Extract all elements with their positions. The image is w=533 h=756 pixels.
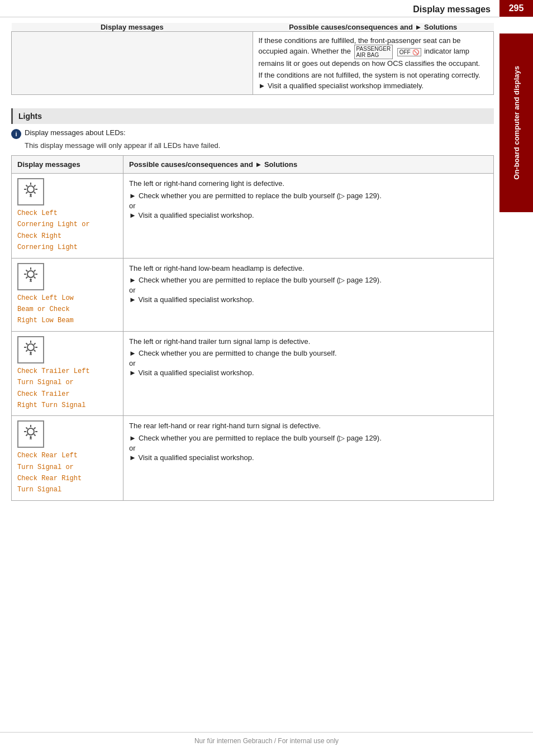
top-solution-text1: If these conditions are fulfilled, the f…	[259, 36, 488, 68]
sol-or-0: or	[129, 202, 488, 210]
sol-intro-1: The left or right-hand low-beam headlamp…	[129, 263, 488, 274]
light-bulb-icon-1	[22, 266, 40, 284]
svg-line-40	[34, 428, 36, 429]
svg-line-38	[26, 428, 28, 429]
svg-point-11	[27, 271, 34, 277]
top-table-msg-cell	[12, 32, 253, 95]
svg-line-18	[34, 270, 36, 271]
indicator-icon2: OFF 🚫	[397, 48, 421, 56]
lights-table-row: Check LeftCornering Light orCheck RightC…	[12, 174, 494, 259]
svg-line-5	[26, 185, 28, 187]
svg-line-8	[26, 192, 28, 194]
sol-text1-2: Check whether you are permitted to chang…	[139, 349, 337, 357]
lights-sol-cell-1: The left or right-hand low-beam headlamp…	[123, 258, 494, 331]
info-line: i Display messages about LEDs:	[11, 128, 494, 139]
sol-or-1: or	[129, 286, 488, 294]
sol-bullet2-1: ► Visit a qualified specialist workshop.	[129, 295, 488, 304]
sol-or-2: or	[129, 359, 488, 367]
lights-msg-text-0: Check LeftCornering Light orCheck RightC…	[17, 208, 117, 253]
top-solution-bullet: ► Visit a qualified specialist workshop …	[259, 82, 488, 90]
top-table-col1-header: Display messages	[12, 23, 253, 32]
sol-bullet2-3: ► Visit a qualified specialist workshop.	[129, 453, 488, 462]
sol-bullet1-0: ► Check whether you are permitted to rep…	[129, 192, 488, 200]
lights-sol-cell-0: The left or right-hand cornering light i…	[123, 174, 494, 259]
sol-arrow1-0: ►	[129, 192, 136, 200]
lights-sol-cell-3: The rear left-hand or rear right-hand tu…	[123, 416, 494, 501]
page-footer: Nur für internen Gebrauch / For internal…	[0, 732, 533, 745]
top-table-col2-header: Possible causes/consequences and ► Solut…	[253, 23, 494, 32]
top-table-solution-cell: If these conditions are fulfilled, the f…	[253, 32, 494, 95]
sol-bullet1-2: ► Check whether you are permitted to cha…	[129, 349, 488, 357]
sidebar-label: On-board computer and displays	[499, 34, 533, 212]
sol-intro-2: The left or right-hand trailer turn sign…	[129, 336, 488, 347]
svg-line-29	[34, 343, 36, 344]
sol-or-3: or	[129, 444, 488, 452]
info-sub: This display message will only appear if…	[25, 141, 494, 150]
svg-line-6	[34, 192, 36, 194]
footer-text: Nur für internen Gebrauch / For internal…	[194, 737, 339, 745]
info-icon: i	[11, 129, 21, 139]
sol-text2-1: ► Visit a qualified specialist workshop.	[129, 295, 254, 304]
sol-text1-1: Check whether you are permitted to repla…	[139, 276, 382, 284]
sol-text2-3: ► Visit a qualified specialist workshop.	[129, 453, 254, 462]
main-content: Display messages Possible causes/consequ…	[0, 17, 533, 512]
svg-point-22	[27, 344, 34, 351]
lights-msg-text-2: Check Trailer LeftTurn Signal orCheck Tr…	[17, 366, 117, 412]
lights-icon-3	[17, 420, 117, 450]
svg-line-30	[26, 350, 28, 351]
svg-line-28	[34, 350, 36, 351]
page-title: Display messages	[413, 4, 499, 15]
top-table: Display messages Possible causes/consequ…	[11, 23, 494, 95]
lights-icon-0	[17, 178, 117, 208]
sol-arrow1-2: ►	[129, 349, 136, 357]
lights-icon-1	[17, 263, 117, 293]
svg-point-33	[27, 428, 34, 435]
sol-bullet2-2: ► Visit a qualified specialist workshop.	[129, 369, 488, 377]
svg-line-39	[34, 434, 36, 436]
svg-point-0	[27, 186, 34, 193]
lights-msg-text-1: Check Left LowBeam or CheckRight Low Bea…	[17, 293, 117, 327]
svg-line-17	[34, 276, 36, 278]
sol-text2-2: ► Visit a qualified specialist workshop.	[129, 369, 254, 377]
info-label: Display messages about LEDs:	[25, 128, 126, 137]
sol-bullet2-0: ► Visit a qualified specialist workshop.	[129, 211, 488, 219]
svg-line-19	[26, 276, 28, 278]
sol-bullet1-1: ► Check whether you are permitted to rep…	[129, 276, 488, 284]
sol-bullet1-3: ► Check whether you are permitted to rep…	[129, 434, 488, 442]
lights-msg-cell-3: Check Rear LeftTurn Signal orCheck Rear …	[12, 416, 123, 501]
lights-table-row: Check Rear LeftTurn Signal orCheck Rear …	[12, 416, 494, 501]
lights-table: Display messages Possible causes/consequ…	[11, 155, 494, 501]
lights-table-row: Check Left LowBeam or CheckRight Low Bea…	[12, 258, 494, 331]
svg-line-41	[26, 434, 28, 436]
lights-table-row: Check Trailer LeftTurn Signal orCheck Tr…	[12, 331, 494, 416]
indicator-icon1: PASSENGERAIR BAG	[354, 45, 393, 59]
light-bulb-icon-3	[22, 424, 40, 442]
svg-line-7	[34, 185, 36, 187]
sol-text2-0: ► Visit a qualified specialist workshop.	[129, 211, 254, 219]
lights-msg-cell-0: Check LeftCornering Light orCheck RightC…	[12, 174, 123, 259]
sidebar-label-text: On-board computer and displays	[512, 66, 521, 180]
svg-line-27	[26, 343, 28, 344]
lights-icon-2	[17, 336, 117, 366]
lights-msg-cell-1: Check Left LowBeam or CheckRight Low Bea…	[12, 258, 123, 331]
sol-intro-3: The rear left-hand or rear right-hand tu…	[129, 420, 488, 432]
light-bulb-icon-0	[22, 181, 40, 199]
lights-table-col1-header: Display messages	[12, 156, 123, 174]
sol-arrow1-1: ►	[129, 276, 136, 284]
header-bar: Display messages	[0, 0, 499, 17]
sol-intro-0: The left or right-hand cornering light i…	[129, 178, 488, 189]
lights-section-heading: Lights	[11, 108, 494, 124]
lights-sol-cell-2: The left or right-hand trailer turn sign…	[123, 331, 494, 416]
lights-msg-text-3: Check Rear LeftTurn Signal orCheck Rear …	[17, 450, 117, 496]
svg-line-16	[26, 270, 28, 271]
sol-arrow1-3: ►	[129, 434, 136, 442]
top-solution-text2: If the conditions are not fulfilled, the…	[259, 71, 488, 79]
sol-text1-0: Check whether you are permitted to repla…	[139, 192, 382, 200]
sol-text1-3: Check whether you are permitted to repla…	[139, 434, 382, 442]
page-number: 295	[499, 0, 533, 17]
lights-msg-cell-2: Check Trailer LeftTurn Signal orCheck Tr…	[12, 331, 123, 416]
lights-table-col2-header: Possible causes/consequences and ► Solut…	[123, 156, 494, 174]
light-bulb-icon-2	[22, 339, 40, 357]
